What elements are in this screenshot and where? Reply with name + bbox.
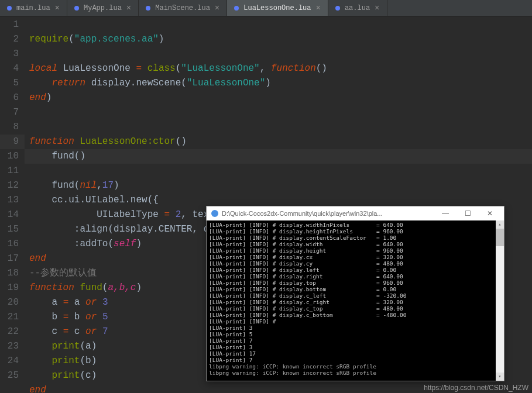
close-icon[interactable]: × [375,4,379,13]
close-icon[interactable]: × [126,4,131,13]
tab-label: MainScene.lua [155,4,210,12]
close-icon[interactable]: × [215,4,219,13]
console-window[interactable]: D:\Quick-Cocos2dx-Community\quick\player… [206,206,504,381]
tab-label: LuaLessonOne.lua [243,4,311,12]
scroll-up-icon[interactable]: ▴ [496,220,504,229]
tab-bar: main.lua× MyApp.lua× MainScene.lua× LuaL… [0,0,532,16]
tab-lualessonone[interactable]: LuaLessonOne.lua× [227,0,328,16]
tab-label: main.lua [16,4,50,12]
lua-icon [335,6,340,11]
console-titlebar[interactable]: D:\Quick-Cocos2dx-Community\quick\player… [207,206,504,220]
scroll-down-icon[interactable]: ▾ [496,373,504,381]
tab-myapp[interactable]: MyApp.lua× [67,0,139,16]
watermark: https://blog.csdn.net/CSDN_HZW [424,384,528,392]
tab-label: aa.lua [345,4,370,12]
tab-aa[interactable]: aa.lua× [328,0,387,16]
close-icon[interactable]: × [55,4,60,13]
lua-icon [7,6,12,11]
scrollbar-thumb[interactable] [496,229,504,246]
tab-main[interactable]: main.lua× [0,0,67,16]
close-button[interactable]: ✕ [480,209,499,218]
close-icon[interactable]: × [315,4,320,13]
console-body[interactable]: [LUA-print] [INFO] # display.widthInPixe… [207,220,504,381]
console-title: D:\Quick-Cocos2dx-Community\quick\player… [222,210,433,217]
scrollbar[interactable]: ▴ ▾ [496,220,504,381]
app-icon [211,210,218,217]
tab-label: MyApp.lua [84,4,122,12]
lua-icon [234,6,239,11]
line-gutter: 1234567891011121314151617181920212223242… [0,16,25,393]
maximize-button[interactable]: ☐ [458,209,477,218]
lua-icon [74,6,79,11]
tab-mainscene[interactable]: MainScene.lua× [139,0,227,16]
minimize-button[interactable]: — [436,209,455,218]
lua-icon [146,6,150,11]
